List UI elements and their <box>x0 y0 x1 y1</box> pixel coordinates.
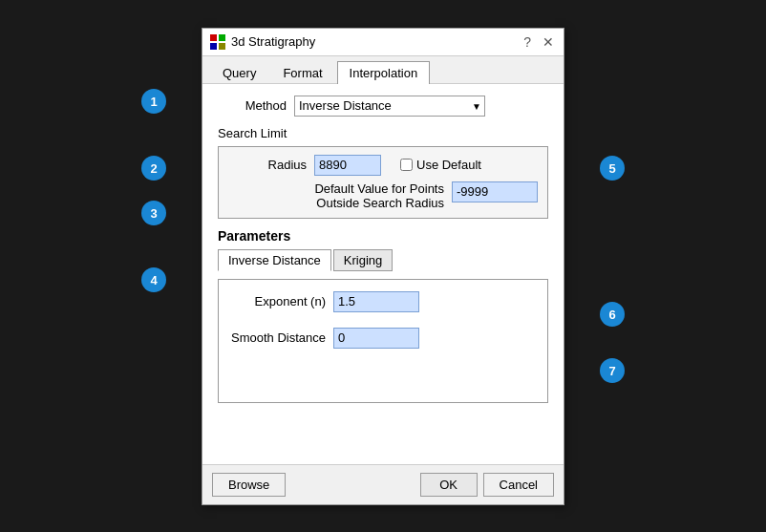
close-button[interactable]: ✕ <box>541 35 556 49</box>
parameters-content: Exponent (n) Smooth Distance <box>218 279 548 403</box>
sub-tab-inverse-distance[interactable]: Inverse Distance <box>218 249 331 271</box>
radius-label: Radius <box>228 158 314 172</box>
annotation-4: 4 <box>141 267 166 292</box>
browse-button[interactable]: Browse <box>212 473 286 497</box>
dialog-title: 3d Stratigraphy <box>231 34 315 49</box>
tab-query[interactable]: Query <box>210 61 268 84</box>
search-limit-box: Radius Use Default Default Value for Poi… <box>218 146 548 219</box>
svg-rect-1 <box>219 34 225 41</box>
exponent-row: Exponent (n) <box>228 291 538 312</box>
smooth-distance-input[interactable] <box>333 328 419 349</box>
annotation-7: 7 <box>600 358 625 383</box>
footer: Browse OK Cancel <box>202 464 564 504</box>
title-bar: 3d Stratigraphy ? ✕ <box>202 29 564 56</box>
default-label-group: Default Value for Points Outside Search … <box>228 181 452 210</box>
ok-cancel-group: OK Cancel <box>420 473 554 497</box>
annotation-5: 5 <box>600 156 625 181</box>
use-default-checkbox[interactable] <box>400 159 413 171</box>
annotation-3: 3 <box>141 201 166 225</box>
svg-rect-3 <box>219 43 225 50</box>
smooth-distance-label: Smooth Distance <box>228 330 333 345</box>
default-value-row: Default Value for Points Outside Search … <box>228 181 538 210</box>
help-button[interactable]: ? <box>521 35 533 49</box>
parameters-section: Parameters Inverse Distance Kriging Expo… <box>218 228 548 403</box>
use-default-container: Use Default <box>400 158 481 172</box>
ok-button[interactable]: OK <box>420 473 478 497</box>
tab-bar: Query Format Interpolation <box>202 56 564 84</box>
sub-tab-kriging[interactable]: Kriging <box>333 249 393 271</box>
method-label: Method <box>218 98 294 113</box>
annotation-2: 2 <box>141 156 166 181</box>
exponent-input[interactable] <box>333 291 419 312</box>
svg-rect-2 <box>210 43 217 50</box>
exponent-label: Exponent (n) <box>228 294 333 309</box>
default-value-label: Default Value for Points <box>228 181 452 196</box>
search-limit-section: Search Limit Radius Use Default <box>218 126 548 219</box>
radius-row: Radius Use Default <box>228 155 538 176</box>
method-select[interactable]: Inverse Distance <box>294 96 485 117</box>
parameters-title: Parameters <box>218 228 548 244</box>
cancel-button[interactable]: Cancel <box>483 473 554 497</box>
radius-input[interactable] <box>314 155 381 176</box>
smooth-distance-row: Smooth Distance <box>228 328 538 349</box>
method-row: Method Inverse Distance ▼ <box>218 96 548 117</box>
tab-interpolation[interactable]: Interpolation <box>337 61 431 84</box>
method-select-wrapper: Inverse Distance ▼ <box>294 96 485 117</box>
outside-label: Outside Search Radius <box>228 196 452 210</box>
dialog: 3d Stratigraphy ? ✕ Query Format Interpo… <box>202 28 564 505</box>
app-icon <box>210 34 225 50</box>
use-default-label: Use Default <box>416 158 481 172</box>
search-limit-title: Search Limit <box>218 126 548 140</box>
annotation-1: 1 <box>141 89 166 114</box>
annotation-6: 6 <box>600 302 625 327</box>
svg-rect-0 <box>210 34 217 41</box>
parameters-sub-tabs: Inverse Distance Kriging <box>218 249 548 271</box>
tab-format[interactable]: Format <box>270 61 334 84</box>
tab-content: Method Inverse Distance ▼ Search Limit R… <box>202 84 564 464</box>
default-value-input[interactable] <box>452 181 538 202</box>
